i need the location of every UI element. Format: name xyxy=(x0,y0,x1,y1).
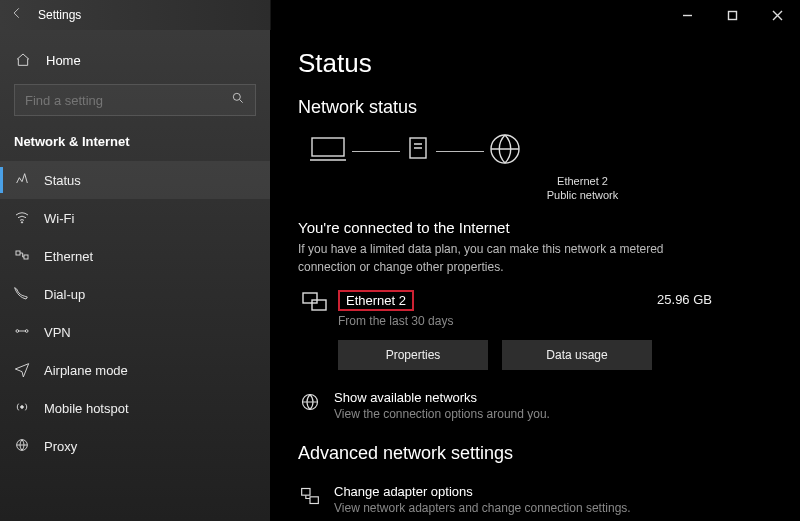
page-title: Status xyxy=(298,48,772,79)
svg-point-1 xyxy=(233,93,240,100)
connected-heading: You're connected to the Internet xyxy=(298,219,772,236)
diagram-line xyxy=(352,151,400,152)
wifi-icon xyxy=(14,209,30,228)
svg-rect-0 xyxy=(729,11,737,19)
diagram-adapter-type: Public network xyxy=(393,188,772,202)
globe-icon xyxy=(298,390,322,412)
adapter-icon xyxy=(404,134,432,168)
data-usage-button[interactable]: Data usage xyxy=(502,340,652,370)
svg-rect-9 xyxy=(312,138,344,156)
svg-rect-4 xyxy=(24,255,28,259)
properties-button[interactable]: Properties xyxy=(338,340,488,370)
maximize-button[interactable] xyxy=(710,0,755,30)
nav-label: Wi-Fi xyxy=(44,211,74,226)
network-diagram xyxy=(308,132,772,170)
diagram-line xyxy=(436,151,484,152)
pc-icon xyxy=(308,134,348,168)
diagram-caption: Ethernet 2 Public network xyxy=(393,174,772,203)
minimize-button[interactable] xyxy=(665,0,710,30)
sidebar: Home Network & Internet Status Wi-Fi xyxy=(0,30,270,521)
nav-label: Proxy xyxy=(44,439,77,454)
svg-rect-12 xyxy=(303,293,317,303)
nav-dialup[interactable]: Dial-up xyxy=(0,275,270,313)
adapter-options-link[interactable]: Change adapter options View network adap… xyxy=(298,484,772,515)
connection-usage: 25.96 GB xyxy=(657,290,772,307)
show-networks-title: Show available networks xyxy=(334,390,550,405)
connected-subtext: If you have a limited data plan, you can… xyxy=(298,240,678,276)
vpn-icon xyxy=(14,323,30,342)
nav-label: Mobile hotspot xyxy=(44,401,129,416)
nav-airplane[interactable]: Airplane mode xyxy=(0,351,270,389)
nav-label: Ethernet xyxy=(44,249,93,264)
svg-point-2 xyxy=(21,221,22,222)
titlebar: Settings xyxy=(0,0,800,30)
sidebar-section-label: Network & Internet xyxy=(0,126,270,155)
show-networks-sub: View the connection options around you. xyxy=(334,407,550,421)
nav-proxy[interactable]: Proxy xyxy=(0,427,270,465)
search-box[interactable] xyxy=(14,84,256,116)
home-label: Home xyxy=(46,53,81,68)
advanced-heading: Advanced network settings xyxy=(298,443,772,464)
close-button[interactable] xyxy=(755,0,800,30)
svg-point-6 xyxy=(25,329,28,332)
svg-point-7 xyxy=(21,405,24,408)
airplane-icon xyxy=(14,361,30,380)
window-title: Settings xyxy=(38,8,81,22)
nav-label: Status xyxy=(44,173,81,188)
show-networks-link[interactable]: Show available networks View the connect… xyxy=(298,390,772,421)
search-icon xyxy=(231,91,245,109)
nav-label: Dial-up xyxy=(44,287,85,302)
search-input[interactable] xyxy=(25,93,231,108)
hotspot-icon xyxy=(14,399,30,418)
nav-ethernet[interactable]: Ethernet xyxy=(0,237,270,275)
svg-rect-15 xyxy=(302,488,310,495)
nav-label: Airplane mode xyxy=(44,363,128,378)
home-icon xyxy=(14,52,32,68)
adapter-icon xyxy=(298,484,322,506)
svg-rect-13 xyxy=(312,300,326,310)
globe-icon xyxy=(488,132,522,170)
network-status-heading: Network status xyxy=(298,97,772,118)
nav-status[interactable]: Status xyxy=(0,161,270,199)
adapter-options-sub: View network adapters and change connect… xyxy=(334,501,631,515)
adapter-options-title: Change adapter options xyxy=(334,484,631,499)
home-nav[interactable]: Home xyxy=(0,42,270,78)
nav-label: VPN xyxy=(44,325,71,340)
nav-vpn[interactable]: VPN xyxy=(0,313,270,351)
dialup-icon xyxy=(14,285,30,304)
svg-point-5 xyxy=(16,329,19,332)
connection-icon xyxy=(298,290,332,314)
ethernet-icon xyxy=(14,247,30,266)
nav-wifi[interactable]: Wi-Fi xyxy=(0,199,270,237)
content-area: Status Network status Ethernet 2 Public … xyxy=(270,30,800,521)
svg-rect-3 xyxy=(16,251,20,255)
status-icon xyxy=(14,171,30,190)
diagram-adapter-name: Ethernet 2 xyxy=(393,174,772,188)
svg-rect-16 xyxy=(310,496,318,503)
connection-block: Ethernet 2 From the last 30 days 25.96 G… xyxy=(298,290,772,328)
connection-period: From the last 30 days xyxy=(338,314,453,328)
proxy-icon xyxy=(14,437,30,456)
back-icon[interactable] xyxy=(10,6,24,24)
connection-name[interactable]: Ethernet 2 xyxy=(338,290,414,311)
nav-hotspot[interactable]: Mobile hotspot xyxy=(0,389,270,427)
